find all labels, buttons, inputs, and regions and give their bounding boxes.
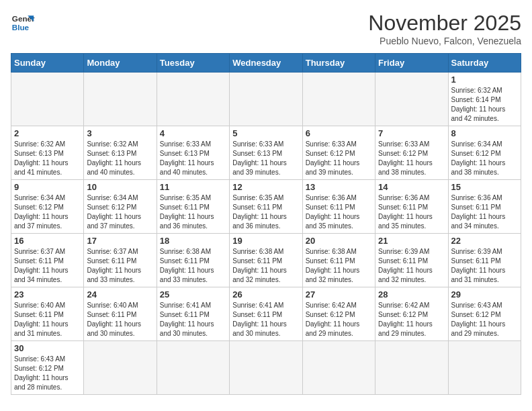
day-number: 11 bbox=[160, 182, 226, 192]
day-number: 29 bbox=[451, 289, 518, 300]
day-info: Sunrise: 6:40 AMSunset: 6:11 PMDaylight:… bbox=[87, 301, 153, 338]
empty-cell bbox=[302, 73, 375, 126]
calendar-day: 27Sunrise: 6:42 AMSunset: 6:12 PMDayligh… bbox=[302, 287, 375, 341]
day-info: Sunrise: 6:41 AMSunset: 6:11 PMDaylight:… bbox=[232, 301, 299, 338]
day-info: Sunrise: 6:42 AMSunset: 6:12 PMDaylight:… bbox=[378, 301, 445, 338]
day-info: Sunrise: 6:33 AMSunset: 6:12 PMDaylight:… bbox=[378, 140, 445, 177]
col-sunday: Sunday bbox=[11, 54, 84, 73]
day-number: 15 bbox=[451, 182, 518, 192]
day-info: Sunrise: 6:36 AMSunset: 6:11 PMDaylight:… bbox=[451, 193, 518, 231]
day-info: Sunrise: 6:32 AMSunset: 6:13 PMDaylight:… bbox=[14, 140, 81, 177]
calendar-table: Sunday Monday Tuesday Wednesday Thursday… bbox=[11, 53, 521, 395]
calendar-day: 15Sunrise: 6:36 AMSunset: 6:11 PMDayligh… bbox=[448, 180, 521, 234]
col-wednesday: Wednesday bbox=[230, 54, 302, 73]
empty-cell bbox=[157, 341, 229, 395]
logo-icon: General Blue bbox=[11, 11, 35, 35]
col-tuesday: Tuesday bbox=[157, 54, 229, 73]
header: General Blue November 2025 Pueblo Nuevo,… bbox=[11, 11, 521, 46]
day-number: 27 bbox=[306, 289, 372, 300]
day-info: Sunrise: 6:37 AMSunset: 6:11 PMDaylight:… bbox=[87, 247, 153, 285]
day-info: Sunrise: 6:38 AMSunset: 6:11 PMDaylight:… bbox=[306, 247, 372, 285]
calendar-day: 17Sunrise: 6:37 AMSunset: 6:11 PMDayligh… bbox=[84, 234, 157, 287]
empty-cell bbox=[448, 341, 521, 395]
day-number: 24 bbox=[87, 289, 153, 300]
calendar-day: 1Sunrise: 6:32 AMSunset: 6:14 PMDaylight… bbox=[448, 73, 521, 126]
empty-cell bbox=[302, 341, 375, 395]
empty-cell bbox=[11, 73, 84, 126]
day-info: Sunrise: 6:34 AMSunset: 6:12 PMDaylight:… bbox=[14, 193, 81, 231]
day-number: 2 bbox=[14, 128, 81, 138]
location-subtitle: Pueblo Nuevo, Falcon, Venezuela bbox=[368, 36, 521, 46]
day-info: Sunrise: 6:37 AMSunset: 6:11 PMDaylight:… bbox=[14, 247, 81, 285]
day-number: 3 bbox=[87, 128, 153, 138]
day-number: 6 bbox=[306, 128, 372, 138]
day-info: Sunrise: 6:39 AMSunset: 6:11 PMDaylight:… bbox=[378, 247, 445, 285]
calendar-day: 16Sunrise: 6:37 AMSunset: 6:11 PMDayligh… bbox=[11, 234, 84, 287]
day-number: 5 bbox=[232, 128, 299, 138]
day-number: 28 bbox=[378, 289, 445, 300]
logo: General Blue bbox=[11, 11, 35, 35]
day-number: 8 bbox=[451, 128, 518, 138]
empty-cell bbox=[375, 341, 448, 395]
day-number: 21 bbox=[378, 236, 445, 246]
calendar-week-row: 9Sunrise: 6:34 AMSunset: 6:12 PMDaylight… bbox=[11, 180, 521, 234]
day-number: 18 bbox=[160, 236, 226, 246]
day-number: 17 bbox=[87, 236, 153, 246]
calendar-day: 12Sunrise: 6:35 AMSunset: 6:11 PMDayligh… bbox=[230, 180, 302, 234]
day-info: Sunrise: 6:34 AMSunset: 6:12 PMDaylight:… bbox=[451, 140, 518, 177]
calendar-day: 6Sunrise: 6:33 AMSunset: 6:12 PMDaylight… bbox=[302, 126, 375, 180]
calendar-day: 4Sunrise: 6:33 AMSunset: 6:13 PMDaylight… bbox=[157, 126, 229, 180]
day-number: 19 bbox=[232, 236, 299, 246]
day-info: Sunrise: 6:33 AMSunset: 6:12 PMDaylight:… bbox=[306, 140, 372, 177]
calendar-week-row: 23Sunrise: 6:40 AMSunset: 6:11 PMDayligh… bbox=[11, 287, 521, 341]
calendar-day: 9Sunrise: 6:34 AMSunset: 6:12 PMDaylight… bbox=[11, 180, 84, 234]
empty-cell bbox=[230, 73, 302, 126]
calendar-week-row: 16Sunrise: 6:37 AMSunset: 6:11 PMDayligh… bbox=[11, 234, 521, 287]
svg-text:Blue: Blue bbox=[12, 23, 30, 32]
day-number: 22 bbox=[451, 236, 518, 246]
day-info: Sunrise: 6:36 AMSunset: 6:11 PMDaylight:… bbox=[306, 193, 372, 231]
day-number: 20 bbox=[306, 236, 372, 246]
day-info: Sunrise: 6:38 AMSunset: 6:11 PMDaylight:… bbox=[160, 247, 226, 285]
calendar-day: 8Sunrise: 6:34 AMSunset: 6:12 PMDaylight… bbox=[448, 126, 521, 180]
col-friday: Friday bbox=[375, 54, 448, 73]
day-info: Sunrise: 6:42 AMSunset: 6:12 PMDaylight:… bbox=[306, 301, 372, 338]
col-monday: Monday bbox=[84, 54, 157, 73]
day-info: Sunrise: 6:32 AMSunset: 6:14 PMDaylight:… bbox=[451, 86, 518, 124]
calendar-day: 26Sunrise: 6:41 AMSunset: 6:11 PMDayligh… bbox=[230, 287, 302, 341]
empty-cell bbox=[375, 73, 448, 126]
calendar-day: 29Sunrise: 6:43 AMSunset: 6:12 PMDayligh… bbox=[448, 287, 521, 341]
calendar-day: 25Sunrise: 6:41 AMSunset: 6:11 PMDayligh… bbox=[157, 287, 229, 341]
day-number: 14 bbox=[378, 182, 445, 192]
day-number: 13 bbox=[306, 182, 372, 192]
empty-cell bbox=[230, 341, 302, 395]
title-area: November 2025 Pueblo Nuevo, Falcon, Vene… bbox=[368, 11, 521, 46]
calendar-day: 23Sunrise: 6:40 AMSunset: 6:11 PMDayligh… bbox=[11, 287, 84, 341]
day-number: 12 bbox=[232, 182, 299, 192]
calendar-day: 28Sunrise: 6:42 AMSunset: 6:12 PMDayligh… bbox=[375, 287, 448, 341]
calendar-day: 10Sunrise: 6:34 AMSunset: 6:12 PMDayligh… bbox=[84, 180, 157, 234]
month-title: November 2025 bbox=[368, 11, 521, 36]
day-number: 26 bbox=[232, 289, 299, 300]
calendar-day: 14Sunrise: 6:36 AMSunset: 6:11 PMDayligh… bbox=[375, 180, 448, 234]
weekday-header-row: Sunday Monday Tuesday Wednesday Thursday… bbox=[11, 54, 521, 73]
calendar-day: 18Sunrise: 6:38 AMSunset: 6:11 PMDayligh… bbox=[157, 234, 229, 287]
calendar-day: 3Sunrise: 6:32 AMSunset: 6:13 PMDaylight… bbox=[84, 126, 157, 180]
empty-cell bbox=[157, 73, 229, 126]
calendar-day: 2Sunrise: 6:32 AMSunset: 6:13 PMDaylight… bbox=[11, 126, 84, 180]
day-info: Sunrise: 6:33 AMSunset: 6:13 PMDaylight:… bbox=[160, 140, 226, 177]
calendar-day: 30Sunrise: 6:43 AMSunset: 6:12 PMDayligh… bbox=[11, 341, 84, 395]
calendar-day: 11Sunrise: 6:35 AMSunset: 6:11 PMDayligh… bbox=[157, 180, 229, 234]
day-number: 23 bbox=[14, 289, 81, 300]
day-number: 7 bbox=[378, 128, 445, 138]
day-number: 9 bbox=[14, 182, 81, 192]
day-info: Sunrise: 6:36 AMSunset: 6:11 PMDaylight:… bbox=[378, 193, 445, 231]
day-number: 4 bbox=[160, 128, 226, 138]
day-info: Sunrise: 6:39 AMSunset: 6:11 PMDaylight:… bbox=[451, 247, 518, 285]
calendar-day: 20Sunrise: 6:38 AMSunset: 6:11 PMDayligh… bbox=[302, 234, 375, 287]
calendar-day: 21Sunrise: 6:39 AMSunset: 6:11 PMDayligh… bbox=[375, 234, 448, 287]
col-thursday: Thursday bbox=[302, 54, 375, 73]
day-info: Sunrise: 6:35 AMSunset: 6:11 PMDaylight:… bbox=[232, 193, 299, 231]
calendar-day: 7Sunrise: 6:33 AMSunset: 6:12 PMDaylight… bbox=[375, 126, 448, 180]
day-info: Sunrise: 6:32 AMSunset: 6:13 PMDaylight:… bbox=[87, 140, 153, 177]
